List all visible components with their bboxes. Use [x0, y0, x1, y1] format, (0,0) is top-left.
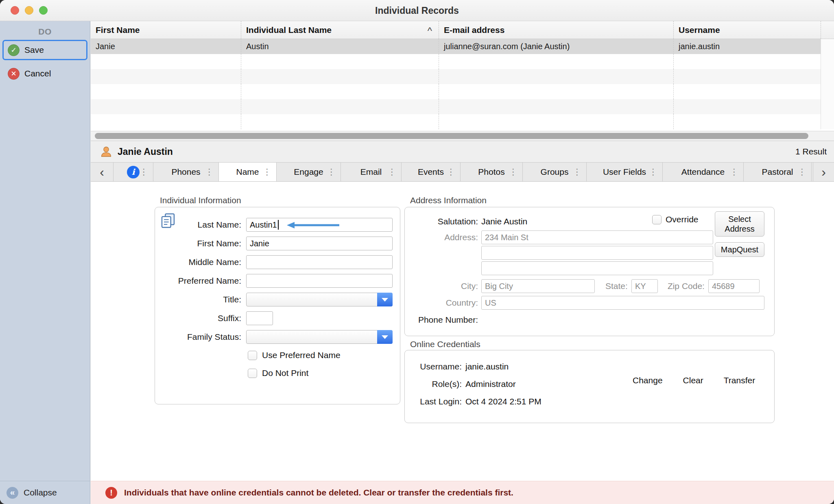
use-preferred-name-checkbox[interactable] — [248, 351, 257, 360]
table-header-row: First Name Individual Last Name ^ E-mail… — [91, 21, 834, 39]
salutation-row: Salutation: Janie Austin — [405, 215, 527, 228]
tab-events[interactable]: Events ⋮ — [402, 163, 461, 181]
column-header-email[interactable]: E-mail address — [439, 21, 674, 39]
vertical-scrollbar-track[interactable] — [821, 39, 834, 129]
city-input: Big City — [481, 279, 595, 293]
tabs-scroll-left-button[interactable]: ‹ — [91, 163, 114, 181]
roles-value: Administrator — [465, 379, 516, 389]
zoom-button[interactable] — [39, 6, 48, 15]
use-preferred-name-label: Use Preferred Name — [262, 350, 341, 360]
change-button[interactable]: Change — [633, 376, 663, 385]
do-not-print-row: Do Not Print — [248, 364, 400, 382]
table-row-empty — [91, 69, 821, 84]
table-row-empty — [91, 99, 821, 114]
middle-name-input[interactable] — [246, 255, 393, 269]
last-name-input[interactable]: Austin1 — [246, 218, 393, 232]
tab-menu-icon[interactable]: ⋮ — [798, 167, 806, 177]
cancel-button-label: Cancel — [24, 69, 51, 78]
select-address-button[interactable]: Select Address — [715, 211, 764, 237]
suffix-row: Suffix: — [155, 309, 400, 328]
tab-menu-icon[interactable]: ⋮ — [388, 167, 396, 177]
title-row: Title: — [155, 290, 400, 309]
address-information-box: Salutation: Janie Austin Override Select… — [404, 207, 775, 336]
family-status-dropdown[interactable] — [246, 330, 393, 344]
tab-attendance[interactable]: Attendance ⋮ — [663, 163, 744, 181]
tab-menu-icon[interactable]: ⋮ — [509, 167, 517, 177]
tab-menu-icon[interactable]: ⋮ — [327, 167, 336, 177]
first-name-label: First Name: — [155, 239, 241, 248]
window-title: Individual Records — [0, 0, 834, 21]
column-header-username[interactable]: Username — [674, 21, 821, 39]
tab-menu-icon[interactable]: ⋮ — [730, 167, 738, 177]
roles-label: Role(s): — [405, 379, 462, 389]
tab-photos[interactable]: Photos ⋮ — [461, 163, 523, 181]
save-button[interactable]: ✓ Save — [2, 40, 87, 60]
do-not-print-checkbox[interactable] — [248, 369, 257, 378]
first-name-input[interactable]: Janie — [246, 237, 393, 250]
address-line3-input — [481, 261, 713, 275]
address-label: Address: — [405, 232, 478, 242]
individual-information-title: Individual Information — [160, 196, 241, 205]
tab-groups[interactable]: Groups ⋮ — [523, 163, 587, 181]
suffix-input[interactable] — [246, 311, 273, 325]
tab-user-fields[interactable]: User Fields ⋮ — [587, 163, 663, 181]
tab-bar: ‹ i ⋮ Phones ⋮ Name ⋮ Engage ⋮ Email ⋮ — [91, 162, 834, 182]
transfer-button[interactable]: Transfer — [724, 376, 755, 385]
annotation-arrow-icon — [286, 221, 341, 229]
sidebar-header: DO — [0, 27, 90, 37]
column-header-last-name[interactable]: Individual Last Name ^ — [241, 21, 439, 39]
cancel-button[interactable]: ✕ Cancel — [2, 63, 87, 84]
override-row: Override — [652, 215, 699, 224]
title-dropdown[interactable] — [246, 293, 393, 306]
sort-caret-up-icon[interactable]: ^ — [428, 22, 432, 39]
tab-menu-icon[interactable]: ⋮ — [447, 167, 455, 177]
collapse-button[interactable]: « Collapse — [0, 481, 90, 504]
minimize-button[interactable] — [25, 6, 33, 15]
tab-phones[interactable]: Phones ⋮ — [153, 163, 219, 181]
do-not-print-label: Do Not Print — [262, 368, 308, 378]
x-circle-icon: ✕ — [8, 68, 20, 80]
middle-name-label: Middle Name: — [155, 257, 241, 267]
online-credentials-box: Username: janie.austin Role(s): Administ… — [404, 350, 775, 423]
tab-engage[interactable]: Engage ⋮ — [277, 163, 341, 181]
chevron-down-icon[interactable] — [377, 330, 393, 344]
tab-name[interactable]: Name ⋮ — [219, 163, 277, 181]
copy-icon[interactable] — [160, 212, 176, 228]
city-state-zip-row: City: Big City State: KY Zip Code: 45689 — [405, 279, 760, 293]
table-row-empty — [91, 114, 821, 129]
record-header: Janie Austin 1 Result — [91, 141, 834, 162]
use-preferred-name-row: Use Preferred Name — [248, 346, 400, 364]
sidebar: DO ✓ Save ✕ Cancel « Collapse — [0, 21, 90, 504]
horizontal-scrollbar-track[interactable] — [91, 131, 834, 141]
cell-first-name: Janie — [91, 39, 241, 54]
tabs-scroll-right-button[interactable]: › — [813, 163, 834, 181]
tab-menu-icon[interactable]: ⋮ — [649, 167, 657, 177]
title-bar: Individual Records — [0, 0, 834, 21]
main-area: First Name Individual Last Name ^ E-mail… — [91, 21, 834, 504]
horizontal-scrollbar-thumb[interactable] — [95, 133, 808, 139]
online-credentials-title: Online Credentials — [410, 339, 480, 349]
chevron-down-icon[interactable] — [377, 293, 393, 306]
table-row[interactable]: Janie Austin julianne@suran.com (Janie A… — [91, 39, 821, 54]
override-checkbox[interactable] — [652, 215, 662, 224]
tab-menu-icon[interactable]: ⋮ — [573, 167, 581, 177]
collapse-label: Collapse — [24, 488, 57, 497]
tab-info[interactable]: i ⋮ — [114, 163, 153, 181]
tab-menu-icon[interactable]: ⋮ — [140, 167, 148, 177]
tab-pastoral[interactable]: Pastoral ⋮ — [744, 163, 812, 181]
mapquest-button[interactable]: MapQuest — [715, 242, 764, 257]
preferred-name-input[interactable] — [246, 274, 393, 288]
tab-menu-icon[interactable]: ⋮ — [205, 167, 214, 177]
app-window: Individual Records DO ✓ Save ✕ Cancel « … — [0, 0, 834, 504]
country-row: Country: US — [405, 296, 764, 310]
address-line1-row: Address: 234 Main St — [405, 230, 713, 244]
cell-last-name: Austin — [241, 39, 439, 54]
column-header-first-name[interactable]: First Name — [91, 21, 241, 39]
tab-email[interactable]: Email ⋮ — [341, 163, 402, 181]
preferred-name-label: Preferred Name: — [155, 276, 241, 286]
text-cursor — [278, 220, 279, 230]
clear-button[interactable]: Clear — [683, 376, 703, 385]
tab-menu-icon[interactable]: ⋮ — [263, 167, 271, 177]
individual-information-box: Last Name: Austin1 First Name: Janie — [155, 207, 400, 404]
close-button[interactable] — [11, 6, 19, 15]
